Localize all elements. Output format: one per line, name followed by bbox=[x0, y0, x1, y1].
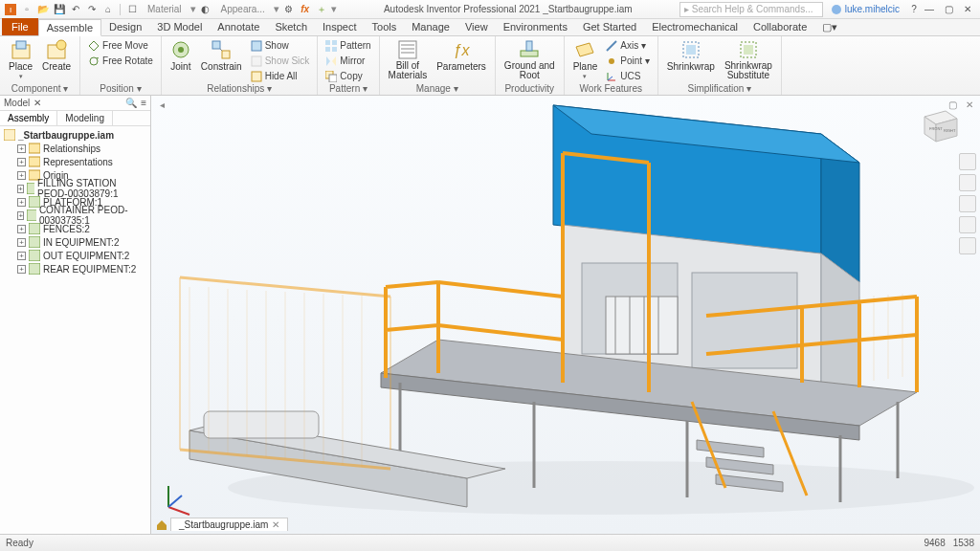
browser-tab-assembly[interactable]: Assembly bbox=[0, 111, 57, 125]
search-help-input[interactable]: ▸ Search Help & Commands... bbox=[679, 2, 823, 17]
browser-tab-modeling[interactable]: Modeling bbox=[57, 111, 113, 125]
close-button[interactable]: ✕ bbox=[959, 3, 976, 16]
orbit-icon[interactable] bbox=[959, 216, 976, 233]
copy-button[interactable]: Copy bbox=[323, 69, 372, 83]
tab-manage[interactable]: Manage bbox=[404, 18, 457, 35]
pattern-button[interactable]: Pattern bbox=[323, 38, 372, 53]
tree-item[interactable]: +OUT EQUIPMENT:2 bbox=[2, 249, 148, 262]
tab-3dmodel[interactable]: 3D Model bbox=[149, 18, 210, 35]
open-icon[interactable]: 📂 bbox=[36, 3, 50, 16]
home-icon[interactable]: ⌂ bbox=[101, 3, 115, 16]
3d-viewport[interactable]: ◂ ▢ ✕ bbox=[151, 96, 980, 534]
bom-button[interactable]: Bill of Materials bbox=[386, 38, 431, 81]
app-menu-icon[interactable]: I bbox=[4, 3, 17, 16]
browser-search-icon[interactable]: 🔍 bbox=[125, 98, 137, 108]
close-tab-icon[interactable]: ✕ bbox=[272, 519, 279, 530]
panel-relationships: Joint Constrain Show Show Sick Hide All … bbox=[162, 36, 319, 95]
expand-icon[interactable]: + bbox=[17, 252, 26, 260]
workspace: Model ✕ 🔍 ≡ Assembly Modeling _Startbaug… bbox=[0, 96, 980, 534]
ground-root-button[interactable]: Ground and Root bbox=[501, 38, 558, 81]
tab-assemble[interactable]: Assemble bbox=[38, 19, 101, 36]
steering-wheel-icon[interactable] bbox=[959, 153, 976, 170]
bom-icon bbox=[397, 39, 418, 60]
undo-icon[interactable]: ↶ bbox=[69, 3, 82, 16]
show-sick-button[interactable]: Show Sick bbox=[249, 54, 312, 68]
tree-folder[interactable]: +Relationships bbox=[2, 142, 148, 155]
material-dropdown[interactable]: Material bbox=[147, 4, 182, 14]
tab-annotate[interactable]: Annotate bbox=[210, 18, 267, 35]
parameters-button[interactable]: ƒxParameters bbox=[434, 38, 489, 73]
shrinkwrap-sub-button[interactable]: Shrinkwrap Substitute bbox=[722, 38, 775, 81]
free-move-button[interactable]: Free Move bbox=[86, 38, 155, 53]
browser-close-icon[interactable]: ✕ bbox=[33, 98, 41, 108]
axis-button[interactable]: Axis ▾ bbox=[604, 38, 652, 53]
browser-menu-icon[interactable]: ≡ bbox=[141, 98, 146, 108]
lookat-icon[interactable] bbox=[959, 237, 976, 254]
tree-item[interactable]: +IN EQUIPMENT:2 bbox=[2, 235, 148, 249]
plane-button[interactable]: Plane▾ bbox=[570, 38, 601, 81]
folder-icon bbox=[29, 156, 40, 167]
pan-icon[interactable] bbox=[959, 174, 976, 191]
help-icon[interactable]: ? bbox=[907, 3, 921, 16]
tree-item[interactable]: +CONTAINER PEOD-00303735:1 bbox=[2, 209, 148, 222]
tab-getstarted[interactable]: Get Started bbox=[575, 18, 644, 35]
ucs-button[interactable]: UCS bbox=[604, 69, 652, 83]
point-button[interactable]: Point ▾ bbox=[604, 54, 652, 68]
svg-rect-28 bbox=[526, 41, 532, 51]
show-icon bbox=[251, 40, 262, 52]
tree-root[interactable]: _Startbaugruppe.iam bbox=[2, 128, 148, 142]
viewcube[interactable]: FRONT RIGHT bbox=[919, 103, 961, 145]
panel-manage: Bill of Materials ƒxParameters Manage ▾ bbox=[380, 36, 496, 95]
place-button[interactable]: Place▾ bbox=[6, 38, 35, 81]
fx-icon[interactable]: fx bbox=[299, 3, 312, 16]
expand-icon[interactable]: + bbox=[17, 171, 26, 180]
joint-button[interactable]: Joint bbox=[167, 38, 194, 73]
tab-design[interactable]: Design bbox=[101, 18, 149, 35]
expand-icon[interactable]: + bbox=[17, 158, 26, 166]
shrinkwrap-button[interactable]: Shrinkwrap bbox=[664, 38, 718, 73]
tab-tools[interactable]: Tools bbox=[365, 18, 405, 35]
tab-inspect[interactable]: Inspect bbox=[315, 18, 364, 35]
tab-collaborate[interactable]: Collaborate bbox=[746, 18, 814, 35]
svg-line-12 bbox=[220, 49, 222, 51]
show-button[interactable]: Show bbox=[249, 38, 312, 53]
free-rotate-button[interactable]: Free Rotate bbox=[86, 54, 155, 68]
tab-view[interactable]: View bbox=[457, 18, 496, 35]
document-tab[interactable]: _Startbaugruppe.iam ✕ bbox=[170, 518, 288, 531]
tab-electromech[interactable]: Electromechanical bbox=[644, 18, 746, 35]
panel-title: Component ▾ bbox=[6, 83, 74, 95]
expand-icon[interactable]: + bbox=[17, 144, 26, 153]
maximize-button[interactable]: ▢ bbox=[940, 3, 957, 16]
hide-all-button[interactable]: Hide All bbox=[249, 69, 312, 83]
mirror-button[interactable]: Mirror bbox=[323, 54, 372, 68]
tree-folder[interactable]: +Representations bbox=[2, 155, 148, 168]
tree-item[interactable]: +FILLING STATION PEOD-00303879:1 bbox=[2, 182, 148, 195]
file-tab[interactable]: File bbox=[2, 18, 38, 35]
new-icon[interactable]: ▫ bbox=[20, 3, 33, 16]
ucs-icon bbox=[606, 71, 617, 82]
select-icon[interactable]: ☐ bbox=[125, 3, 139, 16]
expand-icon[interactable]: + bbox=[17, 185, 24, 193]
tab-environments[interactable]: Environments bbox=[496, 18, 575, 35]
expand-icon[interactable]: + bbox=[17, 225, 26, 233]
expand-icon[interactable]: + bbox=[17, 211, 24, 220]
save-icon[interactable]: 💾 bbox=[53, 3, 66, 16]
tab-sketch[interactable]: Sketch bbox=[267, 18, 315, 35]
measure-icon[interactable]: ⚙ bbox=[282, 3, 296, 16]
expand-icon[interactable]: + bbox=[17, 198, 26, 207]
expand-icon[interactable]: + bbox=[17, 265, 26, 274]
create-button[interactable]: Create bbox=[39, 38, 74, 73]
home-tab-icon[interactable] bbox=[155, 518, 168, 531]
tree-item[interactable]: +REAR EQUIPMENT:2 bbox=[2, 262, 148, 276]
add-icon[interactable]: ＋ bbox=[315, 3, 328, 16]
appearance-swatch-icon[interactable]: ◐ bbox=[199, 3, 212, 16]
appearance-dropdown[interactable]: Appeara... bbox=[221, 4, 265, 14]
redo-icon[interactable]: ↷ bbox=[85, 3, 99, 16]
constrain-button[interactable]: Constrain bbox=[198, 38, 245, 73]
constrain-icon bbox=[211, 39, 232, 60]
expand-icon[interactable]: + bbox=[17, 238, 26, 247]
minimize-button[interactable]: — bbox=[921, 3, 938, 16]
user-account[interactable]: luke.mihelcic bbox=[831, 4, 900, 15]
zoom-icon[interactable] bbox=[959, 195, 976, 212]
tab-overflow[interactable]: ▢▾ bbox=[814, 18, 845, 35]
